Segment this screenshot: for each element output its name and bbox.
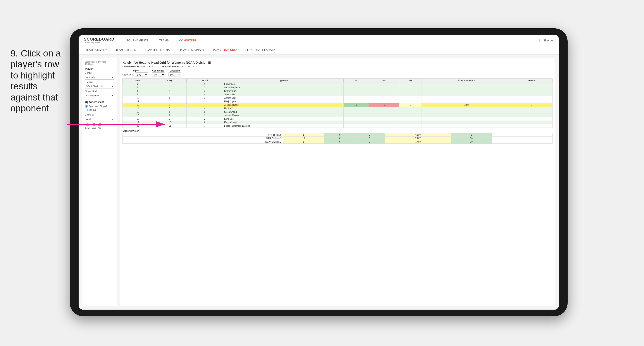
nav-committee[interactable]: COMMITTEE: [178, 38, 198, 43]
tab-player-h2h-heatmap[interactable]: PLAYER H2H HEATMAP: [244, 46, 276, 54]
col-win: Win: [344, 79, 369, 82]
table-row[interactable]: 9 1 4 Sharon Mun: [123, 93, 552, 96]
nav-teams[interactable]: TEAMS: [157, 38, 170, 43]
opponent-select[interactable]: (All): [168, 72, 182, 77]
top-nav: SCOREBOARD Powered by clippd TOURNAMENTS…: [78, 35, 559, 46]
sign-out-button[interactable]: Sign out: [540, 39, 554, 42]
col-reg: # Reg: [153, 79, 186, 82]
player-dropdown-wrapper: 8. Katelyn Vo: [85, 93, 114, 98]
tab-team-h2h-grid[interactable]: TEAM H2H GRID: [114, 46, 138, 54]
opponent-radio-group: Opponents Played Top 100: [85, 105, 114, 111]
table-row[interactable]: 18 2 2 Euna Lee: [123, 117, 552, 121]
col-loss: Loss: [369, 79, 399, 82]
legend-down: Down: [85, 123, 90, 129]
filter-group-opponent: Opponent (All): [168, 70, 182, 77]
legend-up: Up: [98, 123, 101, 129]
col-tie: Tie: [399, 79, 422, 82]
col-rounds: Rounds: [510, 79, 552, 82]
radio-top100[interactable]: Top 100: [85, 109, 114, 111]
tablet-screen: SCOREBOARD Powered by clippd TOURNAMENTS…: [78, 35, 559, 310]
sub-nav: TEAM SUMMARY TEAM H2H GRID TEAM H2H HEAT…: [78, 46, 559, 54]
colour-by-section: Colour by Win/loss: [85, 114, 114, 121]
colour-by-label: Colour by: [85, 114, 114, 116]
table-body: 3 1 Esther Lee 5 2 2 Alexis Sudjianto 6 …: [123, 82, 552, 128]
conference-select[interactable]: (All): [152, 72, 165, 77]
instruction-text: 9. Click on a player's row to highlight …: [10, 48, 67, 114]
gender-dropdown-wrapper: Women's: [85, 75, 114, 80]
legend-dot-down: [86, 123, 89, 126]
out-table-body: Foreign Team 1 0 0 4.500 2 NAIA Division…: [123, 133, 552, 144]
loss-cell: 1: [369, 103, 399, 107]
table-row[interactable]: 19 10 6 Emily Chang: [123, 121, 552, 124]
table-row[interactable]: 13 1 Jessica Huang 0 1 0 -3.00 2: [123, 103, 552, 107]
out-table-row[interactable]: Foreign Team 1 0 0 4.500 2: [123, 133, 552, 137]
col-div: # Div: [123, 79, 153, 82]
logo-sub: Powered by clippd: [84, 42, 114, 44]
out-of-division-header: Out of division: [122, 130, 552, 132]
table-header-row: # Div # Reg # Conf Opponent Win Loss Tie…: [123, 79, 552, 82]
radio-opponents-played[interactable]: Opponents Played: [85, 105, 114, 108]
colour-dropdown-wrapper: Win/loss: [85, 117, 114, 121]
legend-dot-up: [98, 123, 101, 126]
col-opponent: Opponent: [223, 79, 344, 82]
timestamp: Last Updated: 27/03/2024 16:55:38: [85, 61, 114, 65]
grid-title: Katelyn Vo Head-to-Head Grid for Women's…: [122, 61, 552, 64]
table-row[interactable]: 10 6 3 Andrea York: [123, 96, 552, 100]
out-table-row[interactable]: NAIA Division 1 15 0 0 9.267 30: [123, 137, 552, 140]
table-row[interactable]: 11 Haejo Hyun: [123, 100, 552, 103]
table-row[interactable]: 20 11 7 Federica Domecq Lacroze: [123, 124, 552, 128]
legend: Down Level Up: [85, 123, 114, 129]
legend-level: Level: [92, 123, 96, 129]
tab-team-h2h-heatmap[interactable]: TEAM H2H HEATMAP: [143, 46, 173, 54]
division-dropdown[interactable]: NCAA Division III: [85, 84, 114, 89]
table-row[interactable]: 15 8 5 Stella Chang: [123, 110, 552, 114]
tab-team-summary[interactable]: TEAM SUMMARY: [84, 46, 109, 54]
colour-dropdown[interactable]: Win/loss: [85, 117, 114, 121]
left-panel: Last Updated: 27/03/2024 16:55:38 Player…: [82, 58, 117, 306]
tie-cell: 0: [399, 103, 422, 107]
filter-row: Region Opponents: (All) Conference (: [122, 70, 552, 77]
logo: SCOREBOARD Powered by clippd: [84, 37, 114, 44]
filter-group-region: Region Opponents: (All): [122, 70, 148, 77]
out-of-division-table: Foreign Team 1 0 0 4.500 2 NAIA Division…: [122, 133, 552, 144]
filter-group-conference: Conference (All): [152, 70, 165, 77]
win-cell: 0: [344, 103, 369, 107]
main-content: Last Updated: 27/03/2024 16:55:38 Player…: [78, 54, 559, 310]
table-row[interactable]: 5 2 2 Alexis Sudjianto: [123, 86, 552, 89]
logo-text: SCOREBOARD: [84, 37, 114, 42]
division-dropdown-wrapper: NCAA Division III: [85, 84, 114, 89]
table-row[interactable]: 6 1 3 Sydney Kuo: [123, 89, 552, 93]
right-panel: Katelyn Vo Head-to-Head Grid for Women's…: [120, 58, 555, 306]
tab-player-summary[interactable]: PLAYER SUMMARY: [178, 46, 206, 54]
gender-label: Gender: [85, 72, 114, 74]
tablet-frame: SCOREBOARD Powered by clippd TOURNAMENTS…: [70, 28, 568, 316]
table-row[interactable]: 14 7 4 Eunice Yi: [123, 107, 552, 110]
nav-tournaments[interactable]: TOURNAMENTS: [125, 38, 150, 43]
division-record: Division Record: 331 - 34 - 6: [162, 65, 194, 68]
gender-dropdown[interactable]: Women's: [85, 75, 114, 80]
opponent-view-title: Opponent view: [85, 101, 114, 104]
region-select[interactable]: (All): [135, 72, 148, 77]
col-diff: Diff Av Strokes/Rnd: [422, 79, 510, 82]
table-row[interactable]: 3 1 Esther Lee: [123, 82, 552, 86]
player-dropdown[interactable]: 8. Katelyn Vo: [85, 93, 114, 98]
player-section-title: Player: [85, 67, 114, 70]
tab-player-h2h-grid[interactable]: PLAYER H2H GRID: [211, 46, 238, 54]
legend-dot-level: [92, 123, 96, 126]
player-rank-label: Player (Rank): [85, 90, 114, 92]
grid-records: Overall Record: 353 - 34 - 6 Division Re…: [122, 65, 552, 68]
overall-record: Overall Record: 353 - 34 - 6: [122, 65, 153, 68]
data-table: # Div # Reg # Conf Opponent Win Loss Tie…: [122, 78, 552, 128]
division-label: Division: [85, 81, 114, 83]
table-row[interactable]: 16 9 1 Jessica Mason: [123, 114, 552, 117]
opponent-view-section: Opponent view Opponents Played Top 100: [85, 101, 114, 111]
out-table-row[interactable]: NCAA Division 2 5 0 0 7.400 10: [123, 140, 552, 144]
col-conf: # Conf: [186, 79, 223, 82]
